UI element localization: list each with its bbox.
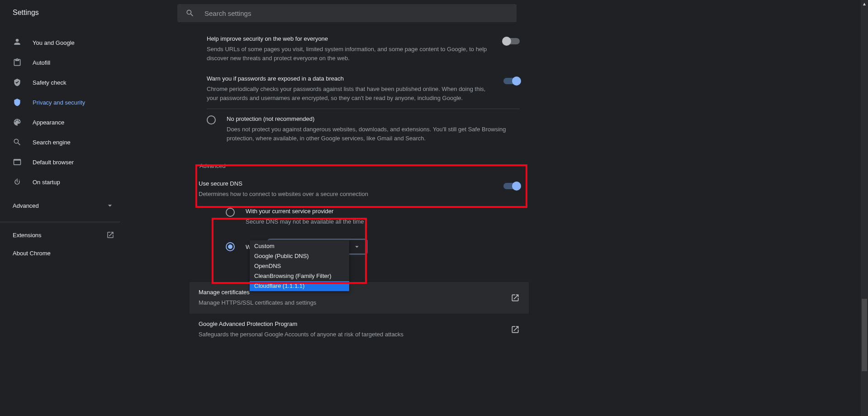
sidebar-item-label: Privacy and security [33, 99, 85, 106]
shield-icon [13, 98, 22, 107]
open-in-new-icon [106, 231, 114, 239]
toggle-warn-breach[interactable] [503, 78, 520, 84]
search-input[interactable] [204, 9, 477, 18]
palette-icon [13, 118, 22, 127]
chevron-down-icon [353, 243, 361, 251]
sidebar-advanced-toggle[interactable]: Advanced [0, 196, 127, 215]
sidebar: You and Google Autofill Safety check Pri… [0, 25, 127, 416]
sidebar-item-autofill[interactable]: Autofill [0, 53, 127, 72]
secure-dns-with-row: With Cloudflare (1.1.1.1) [190, 237, 529, 257]
sidebar-item-label: Extensions [13, 232, 42, 239]
sidebar-item-label: Search engine [33, 139, 71, 146]
person-icon [13, 38, 22, 47]
dns-provider-dropdown[interactable]: CustomGoogle (Public DNS)OpenDNSCleanBro… [250, 240, 349, 291]
secure-dns-current-provider[interactable]: With your current service provider Secur… [190, 205, 529, 229]
search-container[interactable] [177, 4, 517, 22]
scroll-up-icon[interactable]: ▲ [861, 0, 868, 7]
sidebar-item-about-chrome[interactable]: About Chrome [0, 244, 127, 262]
sidebar-item-privacy-security[interactable]: Privacy and security [0, 93, 127, 111]
dns-option[interactable]: OpenDNS [250, 261, 349, 271]
open-in-new-icon [511, 325, 520, 334]
search-icon [13, 138, 22, 147]
sidebar-item-you-and-google[interactable]: You and Google [0, 33, 127, 52]
setting-title: Warn you if passwords are exposed in a d… [207, 75, 498, 82]
advanced-protection-row[interactable]: Google Advanced Protection Program Safeg… [190, 314, 529, 345]
setting-desc: Does not protect you against dangerous w… [227, 125, 520, 143]
setting-desc: Determines how to connect to websites ov… [199, 190, 498, 199]
radio-current-provider[interactable] [226, 208, 235, 217]
open-in-new-icon [511, 293, 520, 302]
sidebar-item-label: You and Google [33, 39, 75, 46]
radio-with-custom[interactable] [226, 242, 235, 251]
chevron-down-icon [105, 201, 114, 210]
setting-secure-dns: Use secure DNS Determines how to connect… [190, 174, 529, 205]
sidebar-item-label: Appearance [33, 119, 64, 126]
dns-option[interactable]: Cloudflare (1.1.1.1) [250, 281, 349, 291]
shield-check-icon [13, 78, 22, 87]
scrollbar-track[interactable]: ▲ [861, 0, 868, 416]
scrollbar-thumb[interactable] [862, 299, 867, 371]
setting-desc: Manage HTTPS/SSL certificates and settin… [199, 298, 316, 307]
sidebar-advanced-label: Advanced [13, 202, 39, 209]
setting-title: Help improve security on the web for eve… [207, 35, 498, 42]
manage-certificates-row[interactable]: Manage certificates Manage HTTPS/SSL cer… [190, 282, 529, 314]
dns-option[interactable]: Custom [250, 241, 349, 251]
toggle-secure-dns[interactable] [503, 183, 520, 189]
sidebar-item-label: About Chrome [13, 250, 51, 257]
dns-option[interactable]: Google (Public DNS) [250, 251, 349, 261]
dns-option[interactable]: CleanBrowsing (Family Filter) [250, 271, 349, 281]
search-icon [185, 9, 194, 18]
toggle-help-improve[interactable] [503, 38, 520, 44]
setting-title: Use secure DNS [199, 180, 498, 187]
option-title: With your current service provider [246, 208, 364, 215]
sidebar-item-label: Autofill [33, 59, 50, 66]
sidebar-item-label: Default browser [33, 159, 74, 166]
setting-desc: Safeguards the personal Google Accounts … [199, 330, 403, 339]
app-title: Settings [0, 9, 177, 17]
setting-desc: Chrome periodically checks your password… [207, 85, 498, 102]
sidebar-item-on-startup[interactable]: On startup [0, 173, 127, 191]
setting-warn-breach: Warn you if passwords are exposed in a d… [190, 69, 529, 109]
sidebar-item-label: On startup [33, 179, 60, 186]
setting-help-improve: Help improve security on the web for eve… [190, 29, 529, 69]
sidebar-item-search-engine[interactable]: Search engine [0, 133, 127, 151]
option-desc: Secure DNS may not be available all the … [246, 217, 364, 226]
radio-no-protection[interactable] [207, 115, 216, 124]
sidebar-divider [0, 222, 120, 222]
sidebar-item-label: Safety check [33, 79, 66, 86]
header: Settings [0, 0, 868, 25]
power-icon [13, 177, 22, 186]
setting-title: No protection (not recommended) [227, 115, 520, 122]
sidebar-item-appearance[interactable]: Appearance [0, 113, 127, 131]
settings-content: Help improve security on the web for eve… [190, 25, 529, 416]
setting-title: Google Advanced Protection Program [199, 320, 403, 327]
sidebar-item-default-browser[interactable]: Default browser [0, 153, 127, 171]
section-advanced-label: Advanced [190, 149, 529, 174]
sidebar-item-safety-check[interactable]: Safety check [0, 73, 127, 91]
setting-desc: Sends URLs of some pages you visit, limi… [207, 45, 498, 62]
sidebar-item-extensions[interactable]: Extensions [0, 226, 127, 244]
setting-no-protection[interactable]: No protection (not recommended) Does not… [207, 109, 520, 149]
clipboard-icon [13, 58, 22, 67]
window-icon [13, 158, 22, 167]
